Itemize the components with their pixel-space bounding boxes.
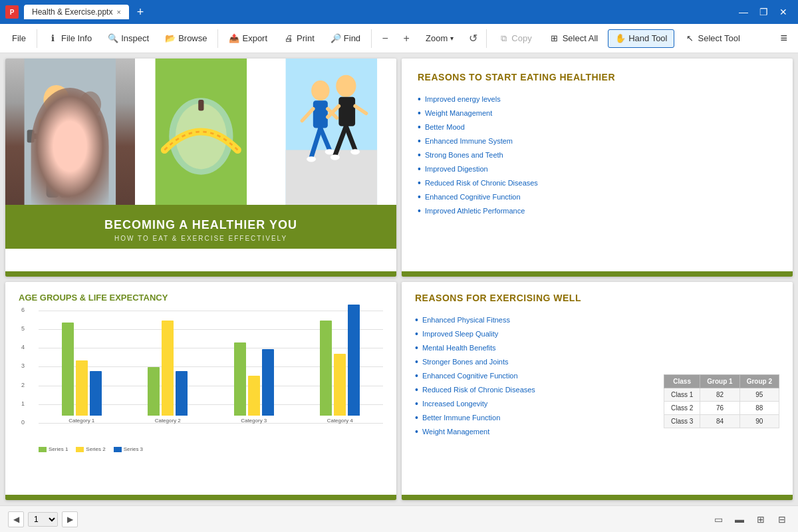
legend-label-1: Series 1: [49, 446, 68, 452]
table-cell: Class 2: [664, 401, 700, 414]
table-cell: Class 1: [664, 388, 700, 401]
view-single-icon[interactable]: ▭: [710, 511, 726, 527]
close-window-button[interactable]: ✕: [774, 3, 793, 21]
chart-category-2: Category 2: [148, 321, 188, 424]
close-tab-button[interactable]: ×: [116, 8, 120, 16]
bars-group-3: [234, 342, 274, 416]
divider-3: [371, 29, 372, 48]
zoom-chevron-icon: ▾: [450, 35, 454, 42]
hamburger-menu[interactable]: ≡: [775, 29, 793, 48]
menu-bar: File ℹ File Info 🔍 Inspect 📂 Browse 📤 Ex…: [0, 24, 798, 53]
table-row: Class 2 76 88: [664, 401, 779, 414]
view-grid-icon[interactable]: ⊞: [753, 511, 769, 527]
table-cell: 76: [700, 401, 739, 414]
svg-point-31: [351, 149, 360, 154]
svg-rect-0: [25, 59, 116, 205]
find-icon: 🔎: [331, 33, 341, 44]
bar-cat2-series2: [162, 321, 174, 416]
slide-2[interactable]: REASONS TO START EATING HEALTHIER Improv…: [402, 59, 793, 277]
legend-label-3: Series 3: [124, 446, 143, 452]
slide-4[interactable]: REASONS FOR EXERCISING WELL Enhanced Phy…: [402, 282, 793, 500]
inspect-menu[interactable]: 🔍 Inspect: [101, 31, 156, 47]
svg-rect-5: [47, 161, 59, 198]
prev-page-button[interactable]: ◀: [8, 511, 24, 527]
copy-button[interactable]: ⧉ Copy: [491, 29, 539, 48]
bars-group-4: [320, 305, 360, 416]
view-double-icon[interactable]: ▬: [732, 511, 747, 527]
back-button[interactable]: ↺: [464, 29, 482, 48]
slide-3-bottom-bar: [5, 495, 396, 500]
svg-rect-27: [339, 97, 356, 126]
file-menu[interactable]: File: [5, 31, 33, 46]
minimize-button[interactable]: —: [734, 3, 753, 21]
divider-1: [37, 29, 37, 48]
svg-rect-7: [29, 134, 56, 139]
zoom-dropdown[interactable]: Zoom ▾: [418, 29, 461, 47]
table-cell: 90: [739, 414, 779, 428]
add-tab-button[interactable]: +: [137, 5, 144, 19]
page-selector[interactable]: 1: [28, 512, 58, 527]
slide-4-list: Enhanced Physical Fitness Improved Sleep…: [415, 313, 656, 489]
file-tab[interactable]: Health & Exercise.pptx ×: [24, 5, 129, 19]
page-navigation: ◀ 1 ▶: [8, 511, 78, 527]
next-page-button[interactable]: ▶: [62, 511, 78, 527]
data-table: Class Group 1 Group 2 Class 1 82 95: [664, 374, 779, 428]
browse-menu[interactable]: 📂 Browse: [158, 31, 213, 47]
find-menu[interactable]: 🔎 Find: [324, 31, 367, 47]
title-bar: P Health & Exercise.pptx × + — ❐ ✕: [0, 0, 798, 24]
chart-category-4: Category 4: [320, 305, 360, 424]
slide-1[interactable]: BECOMING A HEALTHIER YOU HOW TO EAT & EX…: [5, 59, 396, 277]
legend-label-2: Series 2: [86, 446, 105, 452]
copy-icon: ⧉: [498, 33, 509, 44]
bar-cat3-series2: [248, 376, 260, 416]
select-tool-button[interactable]: ↖ Select Tool: [677, 29, 747, 48]
view-thumbnails-icon[interactable]: ⊟: [774, 511, 790, 527]
bar-cat1-series2: [76, 360, 88, 416]
slide-1-subtitle: HOW TO EAT & EXERCISE EFFECTIVELY: [12, 235, 390, 242]
file-info-menu[interactable]: ℹ File Info: [41, 31, 98, 47]
divider-2: [217, 29, 218, 48]
svg-rect-15: [198, 100, 203, 111]
zoom-in-button[interactable]: +: [397, 29, 416, 48]
list-item: Weight Management: [418, 106, 777, 120]
print-menu[interactable]: 🖨 Print: [277, 31, 321, 47]
list-item: Reduced Risk of Chronic Diseases: [418, 176, 777, 190]
hand-icon: ✋: [615, 33, 626, 44]
export-icon: 📤: [229, 33, 239, 44]
slide-2-bottom-bar: [402, 271, 793, 277]
table-cell: 82: [700, 388, 739, 401]
list-item: Improved Athletic Performance: [418, 203, 777, 217]
bar-cat3-series3: [262, 349, 274, 416]
bar-cat1-series3: [90, 371, 102, 416]
export-menu[interactable]: 📤 Export: [222, 31, 274, 47]
table-header-group1: Group 1: [700, 374, 739, 388]
maximize-button[interactable]: ❐: [754, 3, 773, 21]
tab-filename: Health & Exercise.pptx: [32, 7, 112, 17]
list-item: Enhanced Cognitive Function: [418, 190, 777, 203]
select-all-button[interactable]: ⊞ Select All: [542, 29, 605, 48]
chart-title: AGE GROUPS & LIFE EXPECTANCY: [19, 293, 383, 303]
list-item: Increased Longevity: [415, 396, 656, 410]
list-item: Improved Digestion: [418, 162, 777, 176]
slide-1-bottom-bar: [5, 271, 396, 277]
chart-category-1: Category 1: [62, 323, 102, 424]
slide-3[interactable]: AGE GROUPS & LIFE EXPECTANCY 6 5 4 3 2 1…: [5, 282, 396, 500]
slide-4-heading: REASONS FOR EXERCISING WELL: [415, 293, 779, 303]
legend-series1: Series 1: [39, 446, 68, 452]
svg-point-23: [325, 149, 334, 154]
cursor-icon: ↖: [684, 33, 695, 44]
cat-label-4: Category 4: [327, 418, 353, 424]
print-icon: 🖨: [283, 33, 294, 44]
slides-area: BECOMING A HEALTHIER YOU HOW TO EAT & EX…: [0, 53, 798, 505]
zoom-out-button[interactable]: −: [376, 29, 394, 48]
legend-series2: Series 2: [76, 446, 105, 452]
list-item: Mental Health Benefits: [415, 340, 656, 354]
list-item: Reduced Risk of Chronic Diseases: [415, 382, 656, 396]
svg-rect-11: [81, 115, 101, 161]
window-controls: — ❐ ✕: [734, 3, 793, 21]
svg-point-18: [311, 80, 330, 100]
svg-rect-3: [39, 118, 51, 154]
svg-rect-4: [55, 118, 66, 154]
slide-1-images: [5, 59, 396, 205]
hand-tool-button[interactable]: ✋ Hand Tool: [608, 29, 674, 48]
